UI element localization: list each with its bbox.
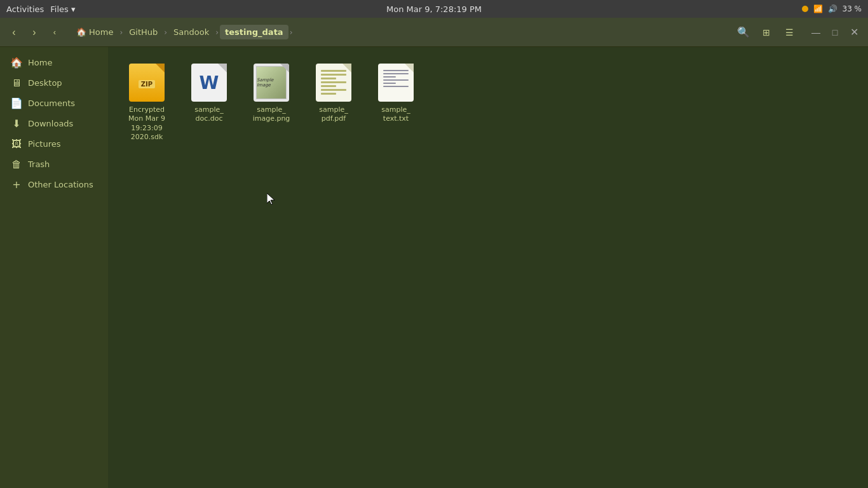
activities-label[interactable]: Activities	[6, 4, 44, 14]
sidebar-item-trash[interactable]: 🗑 Trash	[3, 154, 105, 174]
forward-button[interactable]: ›	[25, 24, 43, 41]
file-icon-sample-text	[376, 62, 416, 103]
file-area[interactable]: ZIP EncryptedMon Mar 919:23:092020.sdk W…	[108, 47, 868, 488]
sidebar-documents-label: Documents	[28, 98, 75, 108]
sidebar-item-home[interactable]: 🏠 Home	[3, 53, 105, 72]
file-icon-sample-doc: W	[189, 62, 229, 103]
titlebar: ‹ › ‹ 🏠 Home › GitHub › Sandook › testin…	[0, 18, 868, 47]
sidebar-item-documents[interactable]: 📄 Documents	[3, 93, 105, 113]
file-item-encrypted-sdk[interactable]: ZIP EncryptedMon Mar 919:23:092020.sdk	[118, 57, 175, 147]
breadcrumb-testing-data[interactable]: testing_data	[220, 25, 288, 39]
file-item-sample-text[interactable]: sample_text.txt	[367, 57, 424, 147]
close-button[interactable]: ✕	[845, 24, 863, 41]
notification-dot	[802, 6, 808, 12]
file-icon-encrypted-sdk: ZIP	[126, 62, 167, 103]
view-list-button[interactable]: ☰	[779, 22, 799, 43]
view-columns-button[interactable]: ⊞	[756, 22, 776, 43]
pdf-icon	[316, 64, 351, 102]
breadcrumb-sandook[interactable]: Sandook	[168, 25, 214, 39]
topbar-right: 📶 🔊 33 %	[802, 4, 862, 13]
sidebar-desktop-label: Desktop	[28, 78, 62, 88]
files-menu[interactable]: Files ▾	[50, 4, 75, 14]
system-topbar: Activities Files ▾ Mon Mar 9, 7:28:19 PM…	[0, 0, 868, 18]
breadcrumb-testing-data-label: testing_data	[225, 27, 283, 37]
files-grid: ZIP EncryptedMon Mar 919:23:092020.sdk W…	[118, 57, 858, 147]
file-item-sample-pdf[interactable]: sample_pdf.pdf	[305, 57, 362, 147]
main-area: 🏠 Home 🖥 Desktop 📄 Documents ⬇ Downloads…	[0, 47, 868, 488]
sidebar-item-downloads[interactable]: ⬇ Downloads	[3, 114, 105, 133]
window-controls: — □ ✕	[807, 24, 863, 41]
breadcrumb-home[interactable]: 🏠 Home	[71, 25, 118, 39]
search-button[interactable]: 🔍	[733, 22, 754, 43]
pictures-icon: 🖼	[10, 138, 23, 150]
file-label-encrypted-sdk: EncryptedMon Mar 919:23:092020.sdk	[128, 105, 165, 142]
file-label-sample-pdf: sample_pdf.pdf	[319, 105, 348, 124]
file-item-sample-doc[interactable]: W sample_doc.doc	[180, 57, 238, 147]
topbar-datetime: Mon Mar 9, 7:28:19 PM	[386, 4, 482, 14]
file-manager-window: ‹ › ‹ 🏠 Home › GitHub › Sandook › testin…	[0, 18, 868, 488]
breadcrumb-home-label: Home	[89, 27, 113, 37]
topbar-left: Activities Files ▾	[6, 4, 76, 14]
documents-icon: 📄	[10, 97, 23, 109]
cursor	[267, 193, 275, 205]
other-locations-icon: +	[10, 179, 23, 191]
breadcrumb-sandook-label: Sandook	[173, 27, 209, 37]
file-label-sample-image: sample_image.png	[253, 105, 290, 124]
sidebar-item-other-locations[interactable]: + Other Locations	[3, 175, 105, 194]
battery-label: 33 %	[843, 4, 862, 13]
sidebar-home-label: Home	[28, 58, 52, 67]
wifi-icon: 📶	[813, 4, 823, 13]
breadcrumb: 🏠 Home › GitHub › Sandook › testing_data…	[71, 25, 726, 39]
downloads-icon: ⬇	[10, 118, 23, 130]
maximize-button[interactable]: □	[826, 24, 844, 41]
doc-icon: W	[191, 64, 227, 102]
zip-icon: ZIP	[129, 64, 165, 102]
back-button[interactable]: ‹	[5, 24, 23, 41]
toolbar-right: 🔍 ⊞ ☰	[733, 22, 799, 43]
png-icon: Sample Image	[254, 64, 289, 102]
breadcrumb-sep-3: ›	[215, 28, 219, 37]
file-label-sample-text: sample_text.txt	[381, 105, 410, 124]
sidebar: 🏠 Home 🖥 Desktop 📄 Documents ⬇ Downloads…	[0, 47, 108, 488]
trash-icon: 🗑	[10, 158, 23, 170]
breadcrumb-github-label: GitHub	[129, 27, 158, 37]
home-icon: 🏠	[10, 57, 23, 69]
desktop-icon: 🖥	[10, 77, 23, 89]
sidebar-item-pictures[interactable]: 🖼 Pictures	[3, 134, 105, 154]
sidebar-pictures-label: Pictures	[28, 139, 60, 149]
txt-icon	[378, 64, 414, 102]
breadcrumb-sep-1: ›	[119, 28, 123, 37]
volume-icon: 🔊	[828, 4, 837, 13]
breadcrumb-sep-2: ›	[164, 28, 167, 37]
up-button[interactable]: ‹	[46, 24, 64, 41]
sidebar-item-desktop[interactable]: 🖥 Desktop	[3, 73, 105, 93]
file-icon-sample-image: Sample Image	[251, 62, 292, 103]
breadcrumb-arrow-end: ›	[290, 28, 293, 37]
file-item-sample-image[interactable]: Sample Image sample_image.png	[243, 57, 300, 147]
sidebar-downloads-label: Downloads	[28, 119, 73, 128]
file-icon-sample-pdf	[313, 62, 354, 103]
minimize-button[interactable]: —	[807, 24, 825, 41]
sidebar-other-locations-label: Other Locations	[28, 180, 93, 189]
breadcrumb-github[interactable]: GitHub	[124, 25, 163, 39]
file-label-sample-doc: sample_doc.doc	[194, 105, 224, 124]
home-icon: 🏠	[76, 27, 86, 37]
sidebar-trash-label: Trash	[28, 159, 50, 169]
